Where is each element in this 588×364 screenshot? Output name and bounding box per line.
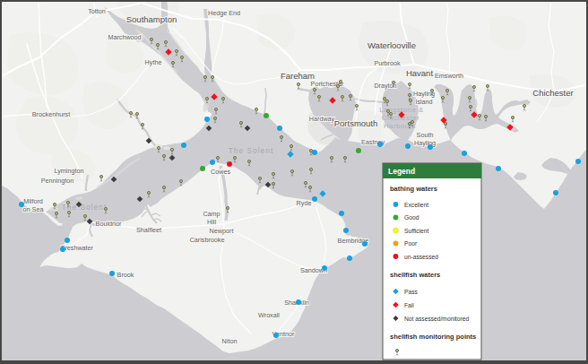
svg-text:Legend: Legend [388,167,415,176]
svg-text:Not assessed/monitored: Not assessed/monitored [404,316,469,322]
svg-text:shellfish waters: shellfish waters [390,271,440,279]
svg-text:Wroxall: Wroxall [258,311,280,319]
svg-text:Havant: Havant [406,68,433,78]
svg-text:Freshwater: Freshwater [61,244,94,252]
svg-text:Newport: Newport [210,227,234,235]
svg-text:Poor: Poor [404,240,418,247]
svg-text:un-assessed: un-assessed [404,254,438,260]
svg-text:Hardway: Hardway [309,115,335,123]
svg-text:Hill: Hill [207,218,216,226]
svg-text:Totton: Totton [88,7,106,15]
svg-text:The Solent: The Solent [229,146,274,155]
svg-text:Bouldnor: Bouldnor [96,220,122,228]
svg-text:Waterlooville: Waterlooville [368,40,416,50]
svg-text:shellfish monitoring points: shellfish monitoring points [390,333,476,341]
svg-text:Marchwood: Marchwood [108,33,141,41]
svg-text:Southampton: Southampton [126,14,177,24]
svg-text:bathing waters: bathing waters [390,185,437,193]
svg-text:Portsmouth: Portsmouth [334,118,378,128]
svg-text:Lymington: Lymington [55,167,84,175]
svg-text:Hedge End: Hedge End [208,9,240,17]
svg-text:Fail: Fail [404,302,414,308]
svg-text:Brockenhurst: Brockenhurst [32,110,70,118]
svg-text:Milford: Milford [23,197,43,205]
svg-text:Emsworth: Emsworth [435,72,463,80]
svg-text:Good: Good [404,214,419,221]
svg-text:Pennington: Pennington [41,177,74,185]
svg-text:Niton: Niton [222,337,238,345]
svg-text:Brook: Brook [117,271,134,279]
svg-text:Shalfleet: Shalfleet [136,226,161,234]
svg-text:Fareham: Fareham [281,71,315,81]
svg-text:Hythe: Hythe [145,58,162,66]
svg-text:Ryde: Ryde [297,199,312,207]
svg-text:Cowes: Cowes [211,168,230,176]
svg-text:South: South [417,131,434,139]
svg-text:Purbrook: Purbrook [374,59,401,67]
svg-text:Camp: Camp [203,210,220,218]
svg-text:Island: Island [415,98,432,106]
svg-text:Sufficient: Sufficient [404,228,429,234]
svg-text:Carisbrooke: Carisbrooke [190,236,225,244]
svg-text:on Sea: on Sea [23,205,44,213]
svg-text:Chichester: Chichester [532,88,573,98]
svg-text:Pass: Pass [404,289,419,295]
svg-text:Excellent: Excellent [404,202,428,208]
